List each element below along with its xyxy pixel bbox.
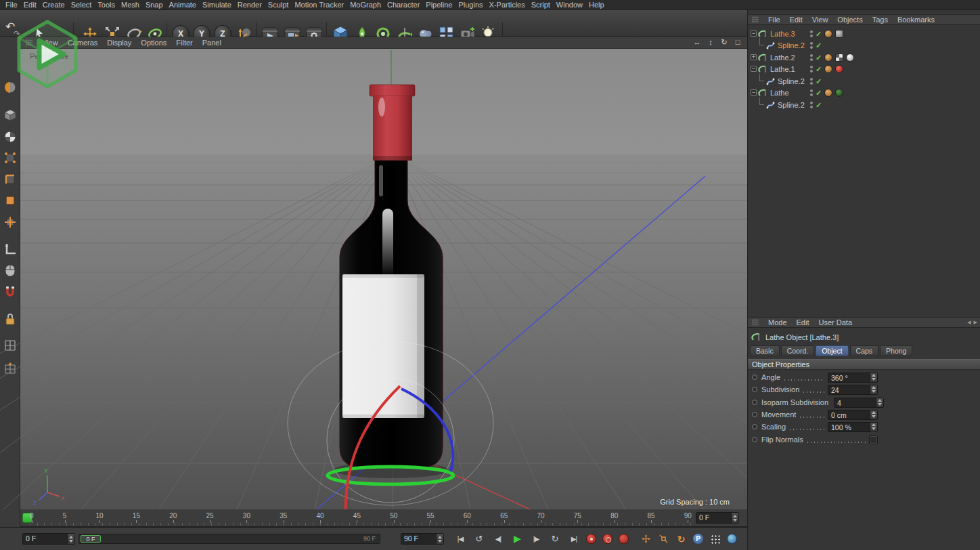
stepper[interactable] <box>876 398 883 407</box>
key-pla-toggle[interactable] <box>709 533 721 545</box>
frame-tick-label[interactable]: 20 <box>169 512 177 520</box>
visibility-dots[interactable] <box>810 42 813 49</box>
keyframe-selection-button[interactable] <box>619 534 629 544</box>
enabled-check-icon[interactable]: ✓ <box>816 30 822 38</box>
toggle-panels-icon[interactable]: □ <box>733 37 742 47</box>
stepper[interactable] <box>870 385 877 394</box>
menu-item[interactable]: Create <box>43 1 65 9</box>
previous-frame-button[interactable]: ◀| <box>490 532 506 545</box>
enabled-check-icon[interactable]: ✓ <box>816 89 822 97</box>
frame-tick-label[interactable]: 90 <box>684 512 692 520</box>
visibility-dots[interactable] <box>810 89 813 96</box>
power-slider[interactable]: 0 F 90 F <box>79 534 380 544</box>
frame-tick-label[interactable]: 55 <box>426 512 434 520</box>
keyframe-dot-icon[interactable] <box>752 387 757 392</box>
phong-tag-icon[interactable] <box>824 54 832 62</box>
tab-coord[interactable]: Coord. <box>781 345 815 356</box>
object-row[interactable]: − Lathe.1 ✓ <box>748 64 980 75</box>
viewport-menu-item[interactable]: Filter <box>176 39 192 47</box>
texture-tag-icon[interactable] <box>846 54 854 62</box>
camera-label[interactable]: Perspective <box>30 52 68 60</box>
object-row[interactable]: + Lathe.2 ✓ <box>748 52 980 64</box>
snap-toggle-icon[interactable] <box>2 284 18 300</box>
tab-caps[interactable]: Caps <box>850 345 879 356</box>
keyframe-dot-icon[interactable] <box>752 424 757 429</box>
pan-view-icon[interactable]: ↔ <box>692 37 702 47</box>
record-keyframe-button[interactable] <box>586 534 596 544</box>
tab-object[interactable]: Object <box>816 345 848 356</box>
workplane-icon[interactable] <box>2 240 18 257</box>
frame-tick-label[interactable]: 70 <box>537 512 544 520</box>
object-row[interactable]: Spline.2 ✓ <box>748 76 980 87</box>
keyframe-dot-icon[interactable] <box>752 412 757 417</box>
stepper[interactable] <box>436 534 443 544</box>
attribute-menu-item[interactable]: User Data <box>819 318 853 326</box>
object-row[interactable]: − Lathe.3 ✓ <box>748 28 980 40</box>
enable-axis-icon[interactable] <box>2 214 18 230</box>
menu-item[interactable]: Snap <box>146 1 163 9</box>
stepper[interactable] <box>731 513 738 523</box>
frame-tick-label[interactable]: 45 <box>353 512 361 520</box>
menu-item[interactable]: Window <box>556 1 583 9</box>
dolly-view-icon[interactable]: ↕ <box>706 37 715 47</box>
make-editable-icon[interactable] <box>2 79 18 96</box>
autokey-button[interactable] <box>602 534 612 544</box>
stepper[interactable] <box>67 534 74 544</box>
playhead-marker[interactable]: 0 F <box>81 535 101 543</box>
menu-item[interactable]: Tools <box>97 1 115 9</box>
object-row[interactable]: − Lathe ✓ <box>748 87 980 99</box>
key-rotation-toggle[interactable]: ↻ <box>675 533 687 545</box>
keyframe-dot-icon[interactable] <box>752 400 757 405</box>
menu-item[interactable]: File <box>5 1 18 9</box>
frame-tick-label[interactable]: 80 <box>610 512 618 520</box>
object-manager-menu-item[interactable]: File <box>768 16 780 24</box>
object-label[interactable]: Lathe.2 <box>770 54 795 62</box>
key-scale-toggle[interactable] <box>658 533 669 545</box>
section-header[interactable]: Object Properties <box>748 359 980 370</box>
object-label[interactable]: Spline.2 <box>778 41 805 49</box>
edge-mode-icon[interactable] <box>2 171 18 188</box>
expand-icon[interactable]: + <box>751 54 757 60</box>
viewport-menu-item[interactable]: View <box>42 39 58 47</box>
frame-tick-label[interactable]: 35 <box>280 512 287 520</box>
play-button[interactable]: ▶ <box>509 532 525 545</box>
frame-tick-label[interactable]: 85 <box>647 512 654 520</box>
frame-tick-label[interactable]: 65 <box>500 512 508 520</box>
frame-tick-label[interactable]: 75 <box>574 512 581 520</box>
texture-tag-icon[interactable] <box>835 65 843 73</box>
key-position-toggle[interactable] <box>640 533 652 545</box>
next-frame-button[interactable]: |▶ <box>528 532 544 545</box>
flip-normals-checkbox[interactable] <box>869 436 878 444</box>
model-mode-icon[interactable] <box>2 107 18 123</box>
object-manager-menu-item[interactable]: View <box>812 16 828 24</box>
viewport-menu-item[interactable]: Panel <box>202 39 221 47</box>
enabled-check-icon[interactable]: ✓ <box>816 77 822 85</box>
menu-item[interactable]: Help <box>589 1 604 9</box>
phong-tag-icon[interactable] <box>824 30 832 38</box>
menu-item[interactable]: Simulate <box>202 1 231 9</box>
menu-item[interactable]: Render <box>238 1 262 9</box>
phong-tag-icon[interactable] <box>824 65 832 73</box>
object-label[interactable]: Lathe.1 <box>770 65 795 73</box>
visibility-dots[interactable] <box>810 102 813 108</box>
panel-grip-icon[interactable] <box>752 16 759 23</box>
enabled-check-icon[interactable]: ✓ <box>816 101 822 109</box>
isoparm-subdivision-input[interactable]: 4 <box>834 398 884 408</box>
frame-tick-label[interactable]: 0 <box>30 512 34 520</box>
object-manager-menu-item[interactable]: Bookmarks <box>897 16 935 24</box>
goto-end-button[interactable]: ▶| <box>566 532 582 545</box>
scaling-input[interactable]: 100 % <box>828 422 878 432</box>
keyframe-dot-icon[interactable] <box>752 375 757 380</box>
viewport-menu-item[interactable]: Options <box>141 39 166 47</box>
menu-item[interactable]: Sculpt <box>268 1 289 9</box>
current-frame-field[interactable]: 0 F <box>22 533 75 545</box>
menu-item[interactable]: Select <box>71 1 92 9</box>
object-label[interactable]: Spline.2 <box>778 77 805 85</box>
frame-tick-label[interactable]: 15 <box>133 512 140 520</box>
menu-item[interactable]: X-Particles <box>489 1 525 9</box>
frame-tick-label[interactable]: 25 <box>206 512 214 520</box>
keying-settings-icon[interactable] <box>727 534 737 544</box>
object-label[interactable]: Lathe.3 <box>770 30 795 38</box>
enabled-check-icon[interactable]: ✓ <box>816 65 822 73</box>
stepper[interactable] <box>870 373 877 382</box>
